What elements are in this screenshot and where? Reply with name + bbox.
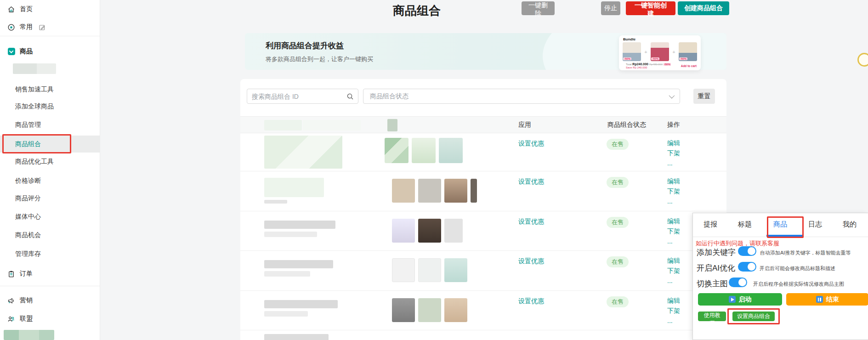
- tab-title[interactable]: 标题: [738, 220, 752, 229]
- banner-title: 利用商品组合提升收益: [266, 40, 344, 51]
- set-discount-link[interactable]: 设置优惠: [518, 218, 544, 226]
- edit-link[interactable]: 编辑: [667, 255, 680, 266]
- sidebar: 首页 常用 商品 销售加速工具 添加全球商品 商品管理 商品组合 商品优化工具 …: [0, 0, 100, 340]
- create-bundle-button[interactable]: 创建商品组合: [678, 1, 729, 15]
- redacted-product-image: [444, 298, 467, 322]
- row-actions: 编辑 下架 ...: [667, 255, 680, 286]
- sidebar-section-products[interactable]: 商品: [0, 46, 100, 57]
- delist-link[interactable]: 下架: [667, 266, 680, 276]
- delist-link[interactable]: 下架: [667, 148, 680, 158]
- edit-icon[interactable]: [38, 23, 46, 31]
- redacted-column-header: [264, 120, 302, 130]
- status-badge: 在售: [607, 256, 629, 267]
- sidebar-item-label: 营销: [20, 296, 33, 305]
- tutorial-button[interactable]: 使用教程: [698, 312, 726, 321]
- toggle-add-keywords[interactable]: [738, 246, 756, 256]
- toggle-ai-optimize[interactable]: [738, 262, 756, 272]
- sidebar-item-label: 首页: [20, 5, 33, 13]
- edit-link[interactable]: 编辑: [667, 176, 680, 186]
- floating-assistant-button[interactable]: [857, 53, 868, 67]
- product-thumbnails: [392, 179, 477, 203]
- extension-panel: 提报 标题 商品 日志 我的 如运行中遇到问题，请联系客服 添加关键字 自动添加…: [692, 213, 868, 340]
- reset-button[interactable]: 重置: [693, 89, 715, 104]
- sidebar-item-favorites[interactable]: 常用: [0, 22, 100, 33]
- product-thumbnails: [392, 298, 467, 322]
- table-row: 设置优惠 在售 编辑 下架 ...: [240, 171, 726, 211]
- redacted-bundle-info: [264, 334, 329, 340]
- sidebar-divider: [0, 36, 100, 36]
- more-actions-link[interactable]: ...: [667, 276, 680, 286]
- sidebar-item-label: 常用: [20, 23, 33, 31]
- sidebar-item-product-rating[interactable]: 商品评分: [0, 193, 100, 204]
- sidebar-item-home[interactable]: 首页: [0, 4, 100, 15]
- sidebar-item-affiliate[interactable]: 联盟: [0, 313, 100, 324]
- delist-link[interactable]: 下架: [667, 306, 680, 316]
- sidebar-item-product-bundles[interactable]: 商品组合: [0, 139, 100, 150]
- sidebar-item-product-opportunities[interactable]: 商品机会: [0, 230, 100, 241]
- more-actions-link[interactable]: ...: [667, 316, 680, 326]
- search-icon[interactable]: [346, 93, 354, 102]
- sidebar-item-manage-inventory[interactable]: 管理库存: [0, 249, 100, 260]
- set-discount-link[interactable]: 设置优惠: [518, 297, 544, 306]
- sidebar-item-product-management[interactable]: 商品管理: [0, 119, 100, 130]
- clipboard-icon: [7, 270, 15, 278]
- tab-products[interactable]: 商品: [773, 220, 787, 229]
- redacted-bundle-info: [264, 271, 310, 277]
- sidebar-item-sales-accelerator[interactable]: 销售加速工具: [0, 84, 100, 95]
- set-discount-link[interactable]: 设置优惠: [518, 140, 544, 148]
- screen: 首页 常用 商品 销售加速工具 添加全球商品 商品管理 商品组合 商品优化工具 …: [0, 0, 868, 340]
- redacted-product-image: [418, 298, 441, 322]
- sidebar-item-marketing[interactable]: 营销: [0, 295, 100, 306]
- smart-create-button[interactable]: 一键智能创建: [626, 1, 675, 15]
- stop-button[interactable]: 停止: [601, 1, 620, 15]
- row-actions: 编辑 下架 ...: [667, 138, 680, 168]
- product-thumbnails: [392, 219, 463, 243]
- redacted-bundle-info: [264, 260, 333, 268]
- redacted-bundle-info: [264, 300, 338, 308]
- page-title: 商品组合: [393, 3, 441, 19]
- redacted-bundle-info: [264, 200, 287, 204]
- bundle-id-search: [247, 89, 358, 104]
- redacted-sidebar-footer: [4, 330, 54, 340]
- sidebar-item-product-optimizer[interactable]: 商品优化工具: [0, 156, 100, 167]
- more-actions-link[interactable]: ...: [667, 236, 680, 246]
- search-input[interactable]: [252, 89, 344, 103]
- bundle-product-image: -50%: [623, 42, 641, 61]
- tab-submit[interactable]: 提报: [703, 220, 717, 229]
- sidebar-item-add-global-products[interactable]: 添加全球商品: [0, 101, 100, 112]
- toggle-label-add-keywords: 添加关键字: [697, 247, 736, 258]
- delist-link[interactable]: 下架: [667, 186, 680, 196]
- more-actions-link[interactable]: ...: [667, 196, 680, 206]
- bulk-delete-button[interactable]: 一键删除: [522, 1, 555, 15]
- edit-link[interactable]: 编辑: [667, 295, 680, 306]
- end-button[interactable]: 结束: [786, 293, 868, 306]
- more-actions-link[interactable]: ...: [667, 158, 680, 168]
- delist-link[interactable]: 下架: [667, 226, 680, 236]
- tab-mine[interactable]: 我的: [843, 220, 857, 229]
- toggle-switch-main-image[interactable]: [729, 278, 747, 287]
- redacted-product-image: [418, 219, 441, 243]
- redacted-bundle-info: [264, 221, 335, 229]
- bundle-status-select[interactable]: 商品组合状态: [363, 89, 680, 104]
- edit-link[interactable]: 编辑: [667, 216, 680, 226]
- set-discount-link[interactable]: 设置优惠: [518, 178, 544, 186]
- set-discount-link[interactable]: 设置优惠: [518, 257, 544, 266]
- tab-logs[interactable]: 日志: [808, 220, 822, 229]
- sidebar-item-media-center[interactable]: 媒体中心: [0, 211, 100, 222]
- redacted-product-image: [471, 179, 477, 203]
- start-button[interactable]: 启动: [698, 293, 782, 306]
- play-icon: [729, 296, 736, 303]
- status-badge: 在售: [607, 217, 629, 228]
- active-tab-underline: [766, 235, 802, 237]
- sidebar-item-price-diagnosis[interactable]: 价格诊断: [0, 176, 100, 187]
- sidebar-item-orders[interactable]: 订单: [0, 268, 100, 279]
- set-bundle-button[interactable]: 设置商品组合: [732, 312, 775, 321]
- sidebar-section-label: 商品: [20, 47, 33, 56]
- bundle-add-to-cart: Add to cart: [681, 64, 697, 68]
- chevron-down-icon: [669, 93, 675, 99]
- edit-link[interactable]: 编辑: [667, 138, 680, 148]
- extension-warning-text: 如运行中遇到问题，请联系客服: [696, 239, 779, 248]
- table-header: 应用 商品组合状态 操作: [240, 116, 726, 133]
- status-badge: 在售: [607, 139, 629, 150]
- banner-subtitle: 将多款商品组合到一起，让客户一键购买: [266, 55, 373, 63]
